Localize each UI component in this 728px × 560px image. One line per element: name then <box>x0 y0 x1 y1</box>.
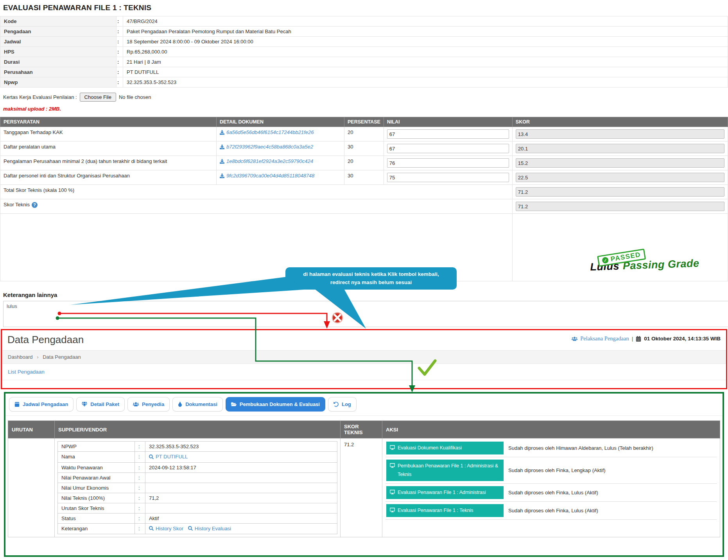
vendor-row: NPWP : 32.325.353.5-352.523 Nama : PT DU… <box>8 438 720 537</box>
eval-header-skor: SKOR <box>512 117 728 127</box>
colon: : <box>117 57 123 67</box>
detail-value: 32.325.353.5-352.523 <box>145 442 337 452</box>
list-pengadaan-link[interactable]: List Pengadaan <box>8 369 45 375</box>
detail-value: PT DUTIFULL <box>145 452 337 463</box>
calendar-icon <box>14 402 20 407</box>
eval-row: Daftar peralatan utama b72f293962f9aec4c… <box>0 141 728 156</box>
breadcrumb-current: Data Pengadaan <box>43 354 81 360</box>
document-link[interactable]: b72f293962f9aec4c58ba868c0a3a5e2 <box>220 144 313 150</box>
info-row-kode: Kode : 47/BRG/2024 <box>0 16 728 27</box>
info-row-hps: HPS : Rp.65,268,000.00 <box>0 47 728 57</box>
tab-log[interactable]: Log <box>328 397 357 412</box>
detail-label: Nama <box>58 452 135 463</box>
eval-header-detail-dokumen: DETAIL DOKUMEN <box>217 117 344 127</box>
total-skor-cell <box>512 185 728 199</box>
search-icon <box>188 526 193 531</box>
tab-detail-paket[interactable]: Detail Paket <box>76 397 125 412</box>
info-label: Kode <box>0 16 117 27</box>
persyaratan-cell: Pengalaman Perusahaan minimal 2 (dua) ta… <box>0 156 217 170</box>
vendor-table: URUTAN SUPPLIER/VENDOR SKOR TEKNIS AKSI … <box>8 420 720 537</box>
pelaksana-pengadaan-link[interactable]: Pelaksana Pengadaan <box>580 335 629 342</box>
passing-grade-stamp: ✓ PASSED LulusPassing Grade <box>590 249 708 273</box>
search-icon <box>149 454 154 459</box>
eval-header-persyaratan: PERSYARATAN <box>0 117 217 127</box>
detail-row-nama: Nama : PT DUTIFULL <box>58 452 337 463</box>
detail-value: 71,2 <box>145 493 337 503</box>
info-label: HPS <box>0 47 117 57</box>
history-evaluasi-link[interactable]: History Evaluasi <box>188 526 231 531</box>
nilai-input[interactable] <box>387 144 509 153</box>
gem-icon <box>82 402 87 407</box>
download-icon <box>220 130 224 135</box>
tab-pembukaan-dokumen-evaluasi[interactable]: Pembukaan Dokumen & Evaluasi <box>226 397 325 412</box>
aksi-button-evaluasi-penawaran-file-1-administrasi[interactable]: Evaluasi Penawaran File 1 : Administrasi <box>386 486 504 499</box>
dokumen-cell: b72f293962f9aec4c58ba868c0a3a5e2 <box>217 141 344 156</box>
nilai-input[interactable] <box>387 129 509 139</box>
colon: : <box>135 513 145 523</box>
tab-dokumentasi[interactable]: Dokumentasi <box>172 397 223 412</box>
aksi-row: Pembukaan Penawaran File 1 : Administras… <box>386 457 717 484</box>
info-label: Npwp <box>0 77 117 88</box>
monitor-icon <box>390 490 395 494</box>
vendor-link[interactable]: PT DUTIFULL <box>149 454 188 460</box>
detail-label: Waktu Penawaran <box>58 462 135 472</box>
detail-label: Nilai Umur Ekonomis <box>58 483 135 493</box>
skor-cell <box>512 170 728 185</box>
detail-label: Status <box>58 513 135 523</box>
aksi-button-pembukaan-penawaran-file-1-administrasi-teknis[interactable]: Pembukaan Penawaran File 1 : Administras… <box>386 460 504 481</box>
detail-value <box>145 483 337 493</box>
detail-label: Nilai Teknis (100%) <box>58 493 135 503</box>
persyaratan-cell: Daftar peralatan utama <box>0 141 217 156</box>
colon: : <box>135 493 145 503</box>
eval-row: Pengalaman Perusahaan minimal 2 (dua) ta… <box>0 156 728 170</box>
detail-label: NPWP <box>58 442 135 452</box>
aksi-row: Evaluasi Dokumen Kualifikasi Sudah dipro… <box>386 439 717 457</box>
drop-icon <box>178 402 182 407</box>
skor-output <box>516 173 724 182</box>
nilai-input[interactable] <box>387 173 509 182</box>
header-urutan: URUTAN <box>8 421 55 438</box>
info-label: Pengadaan <box>0 27 117 37</box>
aksi-button-evaluasi-penawaran-file-1-teknis[interactable]: Evaluasi Penawaran File 1 : Teknis <box>386 504 504 517</box>
skor-cell <box>512 127 728 141</box>
detail-value: 2024-09-12 13:58:17 <box>145 462 337 472</box>
aksi-row: Evaluasi Penawaran File 1 : Administrasi… <box>386 484 717 502</box>
detail-row-npwp: NPWP : 32.325.353.5-352.523 <box>58 442 337 452</box>
colon: : <box>135 523 145 534</box>
aksi-status: Sudah diproses oleh Finka, Lulus (Aktif) <box>508 508 598 513</box>
eval-row: Tanggapan Terhadap KAK 6a56d5e56db46f615… <box>0 127 728 141</box>
history-skor-link[interactable]: History Skor <box>149 526 183 531</box>
section-header: Data Pengadaan Pelaksana Pengadaan | 01 … <box>2 330 726 350</box>
users-icon <box>133 402 139 407</box>
info-label: Perusahaan <box>0 67 117 77</box>
choose-file-button[interactable]: Choose File <box>80 93 116 102</box>
colon: : <box>117 67 123 77</box>
aksi-cell: Evaluasi Dokumen Kualifikasi Sudah dipro… <box>382 438 720 537</box>
persentase-cell: 30 <box>344 170 384 185</box>
dokumen-cell: 1e8bdc6f6281ef2924a3e2c59790c424 <box>217 156 344 170</box>
info-value: 18 September 2024 8:00:00 - 09 Oktober 2… <box>123 37 728 47</box>
tab-penyedia[interactable]: Penyedia <box>127 397 170 412</box>
dokumen-cell: 6a56d5e56db46f6154c17244bb21fe26 <box>217 127 344 141</box>
help-icon[interactable]: ? <box>32 202 38 208</box>
keterangan-textarea[interactable] <box>3 301 728 327</box>
annotation-callout: di halaman evaluasi teknis ketika Klik t… <box>285 267 457 290</box>
colon: : <box>117 27 123 37</box>
skor-teknis-cell <box>512 199 728 214</box>
document-link[interactable]: 1e8bdc6f6281ef2924a3e2c59790c424 <box>220 158 313 164</box>
detail-label: Keterangan <box>58 523 135 534</box>
breadcrumb-dashboard[interactable]: Dashboard <box>8 354 33 360</box>
search-icon <box>149 526 154 531</box>
info-value: PT DUTIFULL <box>123 67 728 77</box>
detail-label: Urutan Skor Teknis <box>58 503 135 513</box>
document-link[interactable]: 6a56d5e56db46f6154c17244bb21fe26 <box>220 129 314 135</box>
nilai-input[interactable] <box>387 158 509 168</box>
tab-jadwal-pengadaan[interactable]: Jadwal Pengadaan <box>9 397 74 412</box>
document-link[interactable]: 9fc2d396709ca00e04d4d85118048748 <box>220 173 314 179</box>
calendar-icon <box>636 336 641 342</box>
nilai-cell <box>384 127 512 141</box>
detail-label: Nilai Penawaran Awal <box>58 472 135 483</box>
aksi-button-evaluasi-dokumen-kualifikasi[interactable]: Evaluasi Dokumen Kualifikasi <box>386 442 504 454</box>
breadcrumb-separator: › <box>37 354 38 360</box>
nilai-cell <box>384 170 512 185</box>
